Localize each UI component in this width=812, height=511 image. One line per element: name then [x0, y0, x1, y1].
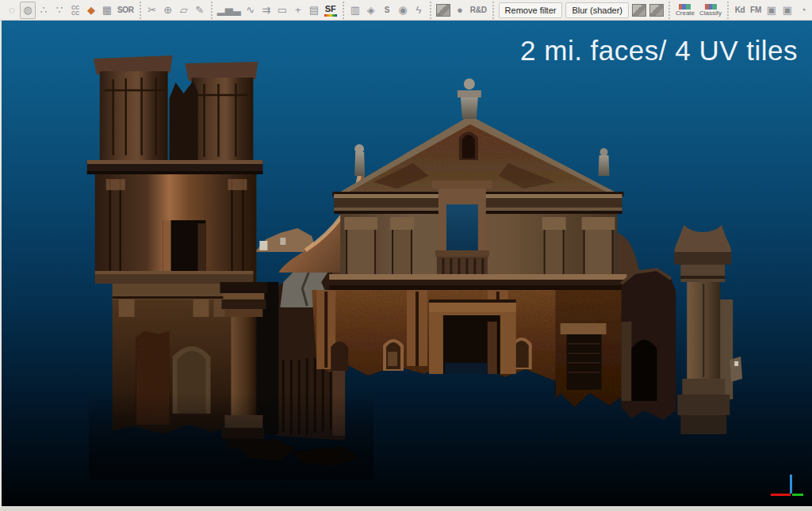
- calculator-icon[interactable]: ▤: [306, 2, 322, 19]
- sphere-button-icon[interactable]: ◍: [20, 2, 36, 19]
- pie-sphere-icon[interactable]: ◔: [795, 2, 811, 19]
- mesh-blob-icon[interactable]: ◆: [83, 2, 99, 19]
- lightning-figure-icon[interactable]: ϟ: [411, 2, 427, 19]
- fm-icon[interactable]: FM: [748, 2, 764, 19]
- 3d-viewport[interactable]: 2 mi. faces/ 4 UV tiles: [0, 21, 812, 506]
- status-bar: [0, 506, 812, 511]
- page-copy-1-icon[interactable]: ▣: [764, 2, 779, 19]
- add-icon[interactable]: +: [290, 2, 306, 19]
- move-manipulator-icon[interactable]: ⊕: [160, 2, 176, 19]
- checkerboard-icon[interactable]: ▦: [99, 2, 115, 19]
- slice-plane-icon[interactable]: ▱: [176, 2, 192, 19]
- scatter-points-icon[interactable]: ∴: [36, 2, 52, 19]
- toolbar: ◌◍∴∵CCCC◆▦SOR✂⊕▱✎▂▅▃∿⇉▭+▤SF▥◈S◉ϟ●R&DRemo…: [0, 0, 812, 21]
- axis-gizmo: [769, 475, 806, 498]
- toolbar-group: ●R&D: [430, 2, 492, 19]
- camufo-create-button[interactable]: Create: [673, 2, 697, 19]
- overlay-caption: 2 mi. faces/ 4 UV tiles: [520, 35, 798, 67]
- toolbar-group: Remove filterBlur (shader): [492, 2, 668, 19]
- curve-plot-icon[interactable]: ∿: [243, 2, 259, 19]
- photo-2pvs-icon[interactable]: [435, 2, 452, 19]
- right-ruins: [621, 225, 742, 434]
- church-model: [2, 21, 812, 506]
- camufo-classify-button[interactable]: Classify: [697, 2, 724, 19]
- histogram-icon[interactable]: ▂▅▃: [216, 2, 243, 19]
- y-axis-line: [792, 494, 803, 496]
- toolbar-group: CreateClassify: [668, 2, 726, 19]
- photo-thumb-2-icon-face: [649, 4, 664, 17]
- photo-2pvs-icon-face: [436, 4, 450, 17]
- bounding-box-icon[interactable]: ▭: [274, 2, 290, 19]
- sor-filter-icon[interactable]: SOR: [115, 2, 136, 19]
- swoosh-icon[interactable]: S: [379, 2, 395, 19]
- page-copy-2-icon[interactable]: ▣: [779, 2, 795, 19]
- filmstrip-icon[interactable]: ▥: [347, 2, 363, 19]
- scatter-filter-icon[interactable]: ∵: [52, 2, 67, 19]
- z-axis-line: [790, 475, 792, 494]
- left-tower: [87, 55, 268, 448]
- photo-thumb-2-icon[interactable]: [648, 2, 665, 19]
- remove-filter-button[interactable]: Remove filter: [499, 2, 563, 18]
- ground-fade: [89, 393, 373, 480]
- toolbar-group: ▥◈S◉ϟ: [343, 2, 429, 19]
- freehand-select-icon[interactable]: ✎: [192, 2, 208, 19]
- toolbar-group: ▂▅▃∿⇉▭+▤SF: [211, 2, 342, 19]
- x-axis-line: [771, 494, 791, 496]
- photo-thumb-1-icon-face: [632, 4, 646, 17]
- toolbar-group: ◌◍∴∵CCCC◆▦SOR: [1, 2, 139, 19]
- rgb-sphere-icon[interactable]: R&D: [468, 2, 489, 19]
- toolbar-group: ✂⊕▱✎: [140, 2, 210, 19]
- sf-quality-icon[interactable]: SF: [322, 2, 339, 19]
- kd-tree-icon[interactable]: Kd: [732, 2, 748, 19]
- cc-cc-icon[interactable]: CCCC: [67, 2, 83, 19]
- gray-sphere-icon[interactable]: ●: [452, 2, 468, 19]
- photo-thumb-1-icon[interactable]: [630, 2, 648, 19]
- max-transfer-icon[interactable]: ⇉: [259, 2, 274, 19]
- blur-shader-button[interactable]: Blur (shader): [565, 2, 629, 18]
- cut-icon[interactable]: ✂: [144, 2, 160, 19]
- shield-icon[interactable]: ◈: [363, 2, 379, 19]
- shell-sphere-icon[interactable]: ◉: [395, 2, 411, 19]
- dotted-sphere-icon[interactable]: ◌: [4, 2, 20, 19]
- facade: [329, 78, 639, 290]
- toolbar-group: KdFM▣▣◔◍: [727, 2, 812, 19]
- left-pinnacle: [354, 144, 365, 176]
